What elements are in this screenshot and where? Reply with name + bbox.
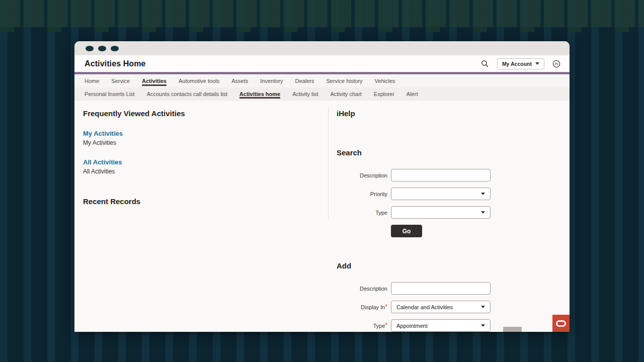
oracle-logo (552, 315, 570, 332)
search-type-row: Type (337, 206, 570, 219)
add-description-row: Description (337, 282, 570, 295)
subtab-explorer[interactable]: Explorer (368, 87, 400, 100)
search-priority-select[interactable] (391, 188, 491, 200)
circle-chevron-up-icon[interactable] (551, 59, 561, 69)
add-type-label: Type* (337, 323, 387, 329)
required-asterisk: * (385, 303, 387, 310)
search-heading: Search (337, 149, 570, 156)
tab-activities[interactable]: Activities (136, 74, 173, 87)
all-activities-link[interactable]: All Activities (83, 159, 122, 165)
tab-dealers[interactable]: Dealers (289, 74, 320, 87)
title-bar: Activities Home My Account (74, 55, 570, 72)
add-type-value: Appointment (396, 323, 481, 329)
app-window: Activities Home My Account Home Service … (74, 41, 570, 332)
subtab-alert[interactable]: Alert (400, 87, 424, 100)
search-description-label: Description (337, 172, 387, 178)
add-display-in-row: Display In* Calendar and Activities (337, 301, 570, 313)
tab-service[interactable]: Service (105, 74, 136, 87)
window-dot-1[interactable] (86, 46, 94, 51)
my-activities-link[interactable]: My Activities (83, 130, 123, 137)
search-priority-row: Priority (337, 188, 570, 200)
oracle-ring-icon (556, 320, 566, 327)
subtab-activities-home[interactable]: Activities home (233, 87, 286, 100)
search-priority-label: Priority (337, 191, 387, 197)
primary-nav: Home Service Activities Automotive tools… (74, 74, 570, 87)
my-account-button[interactable]: My Account (497, 58, 544, 69)
frequently-viewed-panel: Frequently Viewed Activities My Activiti… (74, 101, 328, 205)
window-chrome-bar (74, 41, 570, 55)
add-type-row: Type* Appointment (337, 319, 570, 332)
add-heading: Add (337, 262, 570, 269)
window-dot-2[interactable] (98, 46, 106, 51)
field-wrap (391, 169, 491, 182)
search-description-row: Description (337, 169, 570, 182)
frequently-viewed-heading: Frequently Viewed Activities (83, 110, 328, 117)
tab-automotive-tools[interactable]: Automotive tools (173, 74, 225, 87)
field-wrap (391, 188, 491, 200)
go-button[interactable]: Go (391, 225, 422, 237)
tab-home[interactable]: Home (78, 74, 105, 87)
page-title: Activities Home (85, 59, 146, 68)
add-display-in-label: Display In* (337, 304, 387, 310)
search-type-label: Type (337, 210, 387, 216)
list-item: My Activities My Activities (83, 129, 328, 146)
subtab-personal-inserts-list[interactable]: Personal Inserts List (78, 87, 141, 100)
ihelp-heading: iHelp (337, 110, 570, 117)
main-content: Frequently Viewed Activities My Activiti… (74, 101, 570, 332)
search-description-input[interactable] (391, 169, 491, 182)
background-skyline-shadow (0, 27, 644, 32)
secondary-nav: Personal Inserts List Accounts contacts … (74, 87, 570, 101)
recent-records-heading: Recent Records (83, 198, 328, 205)
subtab-activity-list[interactable]: Activity list (286, 87, 324, 100)
chevron-down-icon (481, 324, 485, 327)
title-bar-controls: My Account (480, 58, 561, 69)
search-type-select[interactable] (391, 206, 491, 219)
required-asterisk: * (385, 322, 387, 329)
tab-inventory[interactable]: Inventory (254, 74, 289, 87)
all-activities-caption: All Activities (83, 168, 328, 174)
field-wrap: Calendar and Activities (391, 301, 491, 313)
ihelp-search-panel: iHelp Search Description Priority Ty (328, 101, 570, 332)
subtab-activity-chart[interactable]: Activity chart (325, 87, 368, 100)
tab-vehicles[interactable]: Vehicles (369, 74, 401, 87)
add-type-select[interactable]: Appointment (391, 319, 491, 332)
field-wrap: Appointment (391, 319, 491, 332)
field-wrap (391, 206, 491, 219)
add-type-label-text: Type (373, 323, 385, 329)
search-icon[interactable] (480, 59, 490, 69)
chevron-down-icon (481, 211, 485, 214)
field-wrap (391, 282, 491, 295)
chevron-down-icon (481, 306, 485, 308)
add-display-in-value: Calendar and Activities (396, 304, 481, 310)
chevron-down-icon (481, 193, 485, 195)
add-description-label: Description (337, 286, 387, 292)
horizontal-scrollbar-thumb[interactable] (503, 327, 522, 332)
my-account-label: My Account (502, 61, 532, 67)
chevron-down-icon (535, 62, 539, 65)
add-display-in-select[interactable]: Calendar and Activities (391, 301, 491, 313)
add-description-input[interactable] (391, 282, 491, 295)
list-item: All Activities All Activities (83, 157, 328, 174)
tab-assets[interactable]: Assets (225, 74, 254, 87)
my-activities-caption: My Activities (83, 140, 328, 146)
subtab-accounts-contacts-call-details-list[interactable]: Accounts contacts call details list (141, 87, 233, 100)
add-display-in-label-text: Display In (361, 304, 385, 310)
background-skyline-pattern (0, 0, 644, 27)
tab-service-history[interactable]: Service history (320, 74, 368, 87)
window-dot-3[interactable] (111, 46, 119, 51)
